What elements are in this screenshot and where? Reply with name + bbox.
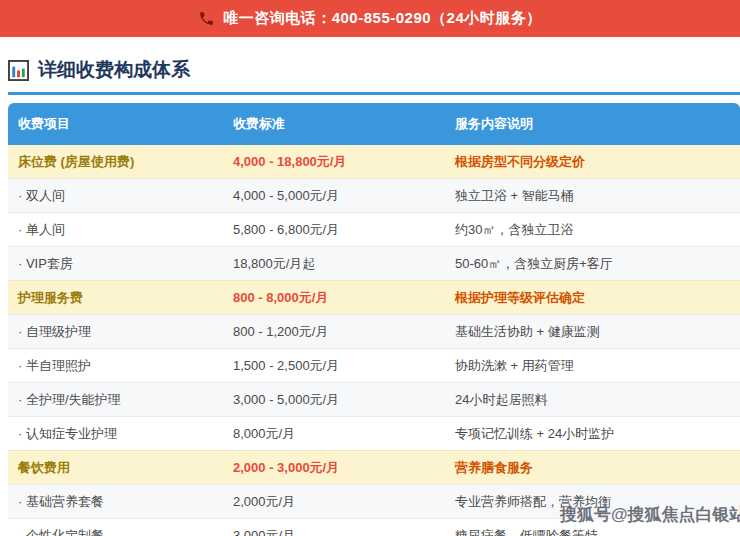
fee-desc-cell: 24小时起居照料 [445,383,740,417]
fee-table-container: 收费项目 收费标准 服务内容说明 床位费 (房屋使用费) 4,000 - 18,… [8,103,740,536]
fee-item-cell: · VIP套房 [8,247,223,281]
fee-price-cell: 18,800元/月起 [223,247,445,281]
header-fee-standard: 收费标准 [223,103,445,145]
fee-price-cell: 5,800 - 6,800元/月 [223,213,445,247]
fee-price-cell: 3,000元/月 [223,519,445,536]
fee-item-cell: · 认知症专业护理 [8,417,223,451]
table-row: · 全护理/失能护理 3,000 - 5,000元/月 24小时起居照料 [8,383,740,417]
table-row: 护理服务费 800 - 8,000元/月 根据护理等级评估确定 [8,281,740,315]
fee-price-cell: 3,000 - 5,000元/月 [223,383,445,417]
section-title: 详细收费构成体系 [38,57,190,83]
table-row: · 基础营养套餐 2,000元/月 专业营养师搭配，营养均衡 [8,485,740,519]
fee-desc-cell: 独立卫浴 + 智能马桶 [445,179,740,213]
table-row: · 自理级护理 800 - 1,200元/月 基础生活协助 + 健康监测 [8,315,740,349]
fee-price-cell: 800 - 8,000元/月 [223,281,445,315]
table-row: · 双人间 4,000 - 5,000元/月 独立卫浴 + 智能马桶 [8,179,740,213]
fee-item-cell: · 单人间 [8,213,223,247]
fee-item-cell: · 自理级护理 [8,315,223,349]
section-heading: 详细收费构成体系 [8,55,740,85]
table-row: · 认知症专业护理 8,000元/月 专项记忆训练 + 24小时监护 [8,417,740,451]
fee-price-cell: 800 - 1,200元/月 [223,315,445,349]
fee-desc-cell: 根据房型不同分级定价 [445,145,740,179]
fee-desc-cell: 糖尿病餐、低嘌呤餐等特 [445,519,740,536]
table-row: · 个性化定制餐 3,000元/月 糖尿病餐、低嘌呤餐等特 [8,519,740,536]
fee-desc-cell: 协助洗漱 + 用药管理 [445,349,740,383]
table-row: 床位费 (房屋使用费) 4,000 - 18,800元/月 根据房型不同分级定价 [8,145,740,179]
pricing-table: 收费项目 收费标准 服务内容说明 床位费 (房屋使用费) 4,000 - 18,… [8,103,740,536]
fee-price-cell: 8,000元/月 [223,417,445,451]
bar-chart-icon [8,60,29,81]
fee-desc-cell: 50-60㎡，含独立厨房+客厅 [445,247,740,281]
table-row: · 单人间 5,800 - 6,800元/月 约30㎡，含独立卫浴 [8,213,740,247]
table-row: · 半自理照护 1,500 - 2,500元/月 协助洗漱 + 用药管理 [8,349,740,383]
hotline-text: 唯一咨询电话：400-855-0290（24小时服务） [223,9,542,28]
fee-desc-cell: 基础生活协助 + 健康监测 [445,315,740,349]
article-page: 唯一咨询电话：400-855-0290（24小时服务） 详细收费构成体系 收费项… [0,0,740,536]
fee-desc-cell: 专业营养师搭配，营养均衡 [445,485,740,519]
fee-item-cell: · 全护理/失能护理 [8,383,223,417]
fee-item-cell: · 半自理照护 [8,349,223,383]
header-fee-item: 收费项目 [8,103,223,145]
fee-item-cell: 餐饮费用 [8,451,223,485]
table-row: · VIP套房 18,800元/月起 50-60㎡，含独立厨房+客厅 [8,247,740,281]
fee-item-cell: · 基础营养套餐 [8,485,223,519]
fee-price-cell: 4,000 - 18,800元/月 [223,145,445,179]
fee-item-cell: 床位费 (房屋使用费) [8,145,223,179]
fee-price-cell: 4,000 - 5,000元/月 [223,179,445,213]
table-header-row: 收费项目 收费标准 服务内容说明 [8,103,740,145]
header-service-desc: 服务内容说明 [445,103,740,145]
hotline-banner: 唯一咨询电话：400-855-0290（24小时服务） [0,0,740,37]
phone-icon [198,10,215,27]
fee-price-cell: 1,500 - 2,500元/月 [223,349,445,383]
fee-desc-cell: 营养膳食服务 [445,451,740,485]
section-divider [8,92,740,95]
fee-price-cell: 2,000元/月 [223,485,445,519]
fee-item-cell: 护理服务费 [8,281,223,315]
fee-item-cell: · 双人间 [8,179,223,213]
fee-desc-cell: 根据护理等级评估确定 [445,281,740,315]
fee-desc-cell: 约30㎡，含独立卫浴 [445,213,740,247]
fee-price-cell: 2,000 - 3,000元/月 [223,451,445,485]
table-row: 餐饮费用 2,000 - 3,000元/月 营养膳食服务 [8,451,740,485]
fee-desc-cell: 专项记忆训练 + 24小时监护 [445,417,740,451]
fee-item-cell: · 个性化定制餐 [8,519,223,536]
